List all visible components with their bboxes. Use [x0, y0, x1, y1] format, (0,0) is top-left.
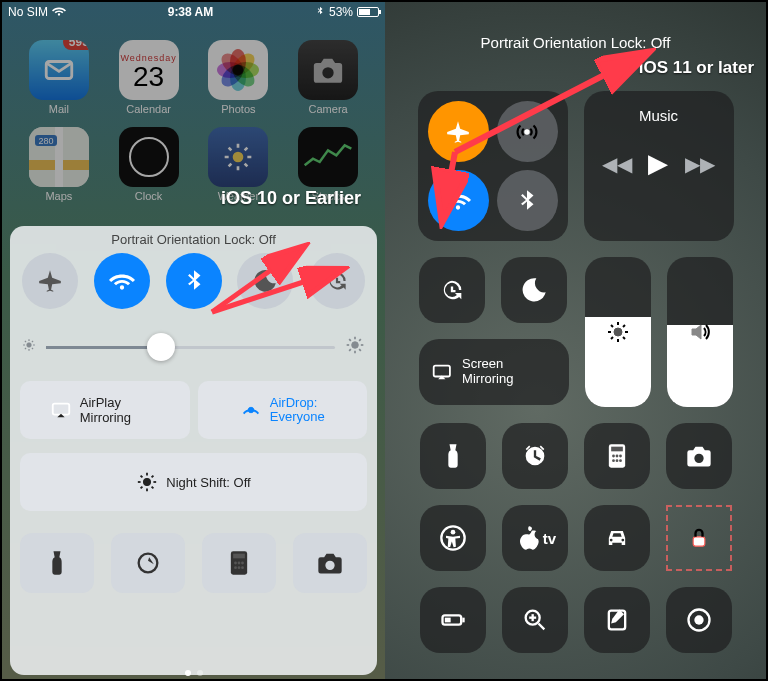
music-card[interactable]: Music ◀◀ ▶ ▶▶ — [584, 91, 734, 241]
brightness-high-icon — [345, 335, 365, 359]
app-label: Clock — [135, 190, 163, 202]
cc-header: Portrait Orientation Lock: Off — [401, 34, 750, 51]
airdrop-label: AirDrop: — [270, 396, 325, 410]
cellular-toggle[interactable] — [497, 101, 558, 162]
timer-button[interactable] — [111, 533, 185, 593]
bluetooth-toggle[interactable] — [497, 170, 558, 231]
low-power-button[interactable] — [420, 587, 486, 653]
wifi-toggle[interactable] — [94, 253, 150, 309]
play-icon[interactable]: ▶ — [648, 148, 668, 179]
camera-button[interactable] — [293, 533, 367, 593]
app-label: Mail — [49, 103, 69, 115]
calendar-day: 23 — [133, 61, 164, 93]
ios10-screenshot: No SIM 9:38 AM 53% 595 Mail Wednesday — [2, 2, 385, 679]
brightness-slider[interactable] — [22, 335, 365, 359]
app-calendar[interactable]: Wednesday 23 Calendar — [108, 40, 190, 115]
music-title: Music — [594, 107, 724, 124]
apple-tv-button[interactable]: tv — [502, 505, 568, 571]
wifi-toggle[interactable] — [428, 170, 489, 231]
screen-record-button[interactable] — [666, 587, 732, 653]
battery-percent: 53% — [329, 5, 353, 19]
airplay-button[interactable]: AirPlay Mirroring — [20, 381, 190, 439]
alarm-button[interactable] — [502, 423, 568, 489]
airplane-toggle[interactable] — [428, 101, 489, 162]
control-center-ios10: Portrait Orientation Lock: Off AirPlay M… — [10, 226, 377, 675]
notes-button[interactable] — [584, 587, 650, 653]
battery-icon — [357, 7, 379, 17]
dnd-toggle[interactable] — [501, 257, 567, 323]
app-label: Calendar — [126, 103, 171, 115]
calculator-button[interactable] — [584, 423, 650, 489]
brightness-low-icon — [22, 338, 36, 356]
app-label: Photos — [221, 103, 255, 115]
page-indicator — [10, 670, 377, 676]
app-photos[interactable]: Photos — [198, 40, 280, 115]
accessibility-button[interactable] — [420, 505, 486, 571]
app-mail[interactable]: 595 Mail — [18, 40, 100, 115]
night-shift-label: Night Shift: Off — [166, 475, 250, 490]
carplay-button[interactable] — [584, 505, 650, 571]
airdrop-button[interactable]: AirDrop: Everyone — [198, 381, 368, 439]
next-track-icon[interactable]: ▶▶ — [685, 152, 715, 176]
mail-badge: 595 — [63, 40, 89, 50]
brightness-slider[interactable] — [585, 257, 651, 407]
control-center-ios11: Portrait Orientation Lock: Off Music ◀◀ … — [385, 2, 766, 679]
svg-text:280: 280 — [38, 136, 53, 146]
dnd-toggle[interactable] — [237, 253, 293, 309]
home-screen: 595 Mail Wednesday 23 Calendar Photos — [2, 22, 385, 202]
screen-mirroring-button[interactable]: Screen Mirroring — [419, 339, 569, 405]
annotation-ios10: iOS 10 or Earlier — [221, 188, 361, 209]
tv-label: tv — [543, 530, 556, 547]
app-label: Camera — [309, 103, 348, 115]
volume-slider[interactable] — [667, 257, 733, 407]
cc-header: Portrait Orientation Lock: Off — [20, 232, 367, 247]
app-camera[interactable]: Camera — [287, 40, 369, 115]
screen-mirror-label: Screen Mirroring — [462, 357, 556, 387]
airdrop-value: Everyone — [270, 410, 325, 424]
ios11-screenshot: Portrait Orientation Lock: Off Music ◀◀ … — [385, 2, 766, 679]
airplane-toggle[interactable] — [22, 253, 78, 309]
connectivity-card — [418, 91, 568, 241]
app-maps[interactable]: 280 Maps — [18, 127, 100, 202]
app-label: Maps — [45, 190, 72, 202]
wifi-status-icon — [52, 4, 66, 21]
flashlight-button[interactable] — [20, 533, 94, 593]
clock-text: 9:38 AM — [168, 5, 214, 19]
camera-button[interactable] — [666, 423, 732, 489]
rotation-lock-toggle[interactable] — [309, 253, 365, 309]
prev-track-icon[interactable]: ◀◀ — [602, 152, 632, 176]
carrier-text: No SIM — [8, 5, 48, 19]
night-shift-button[interactable]: Night Shift: Off — [20, 453, 367, 511]
bluetooth-toggle[interactable] — [166, 253, 222, 309]
magnifier-button[interactable] — [502, 587, 568, 653]
calculator-button[interactable] — [202, 533, 276, 593]
app-clock[interactable]: Clock — [108, 127, 190, 202]
annotation-ios11: iOS 11 or later — [639, 58, 754, 78]
airplay-label: AirPlay Mirroring — [80, 395, 160, 425]
rotation-lock-toggle[interactable] — [419, 257, 485, 323]
guided-access-button[interactable] — [666, 505, 732, 571]
status-bar: No SIM 9:38 AM 53% — [2, 2, 385, 22]
flashlight-button[interactable] — [420, 423, 486, 489]
bluetooth-status-icon — [315, 5, 325, 19]
